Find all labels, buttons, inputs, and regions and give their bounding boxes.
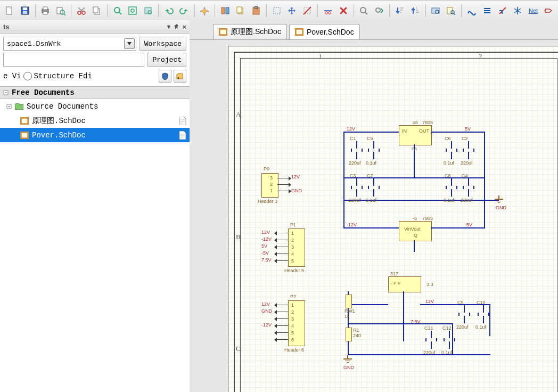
workspace-name: space1.DsnWrk (7, 40, 61, 48)
port-icon[interactable] (541, 3, 556, 18)
net-label: -5V (261, 250, 269, 256)
part-val: 0.1uf (444, 198, 454, 203)
paste-doc-icon[interactable] (249, 3, 264, 18)
view-label-b: Structure Edi (34, 72, 92, 80)
ref: C3 (350, 173, 356, 178)
cut-wire-icon[interactable] (321, 3, 335, 18)
browse-icon[interactable] (429, 3, 444, 18)
bus-entry-icon[interactable] (495, 3, 510, 18)
copy-doc-icon[interactable] (233, 3, 248, 18)
harness-icon[interactable] (510, 3, 525, 18)
net-label: GND (261, 308, 272, 314)
project-button[interactable]: Project (147, 53, 186, 67)
chevron-down-icon[interactable] (124, 38, 135, 49)
pin-num: 2 (270, 182, 273, 187)
pin-label: VinVout (404, 226, 421, 232)
find-icon[interactable] (356, 3, 371, 18)
pin-num: 5 (291, 330, 294, 336)
tree-folder-label: Source Documents (27, 102, 98, 111)
delete-icon[interactable] (336, 3, 351, 18)
structure-radio[interactable] (23, 72, 32, 80)
ref: C10 (477, 300, 486, 305)
zoom-area-icon[interactable] (110, 3, 125, 18)
sort-up-icon[interactable] (408, 3, 423, 18)
svg-point-29 (376, 8, 380, 12)
panel-title-text: ts (3, 23, 10, 31)
workspace-button[interactable]: Workspace (140, 37, 186, 51)
zoom-selected-icon[interactable] (141, 3, 155, 18)
print-icon[interactable] (38, 3, 53, 18)
redo-icon[interactable] (177, 3, 192, 18)
panel-header: ts ▼ × (0, 20, 190, 34)
workspace-combo[interactable]: space1.DsnWrk (3, 37, 136, 51)
cut-icon[interactable] (74, 3, 89, 18)
ref: P1 (290, 222, 296, 227)
tab-label: 原理图.SchDoc (231, 27, 281, 37)
svg-rect-12 (93, 7, 98, 13)
library-icon[interactable] (218, 3, 233, 18)
panel-pin-icon[interactable] (174, 23, 180, 30)
tree-folder[interactable]: Source Documents (0, 99, 190, 113)
tree-item[interactable]: Pover.SchDoc (0, 128, 190, 142)
undo-icon[interactable] (161, 3, 176, 18)
net-label: GND (291, 188, 302, 193)
schdoc-icon (295, 28, 303, 36)
svg-point-28 (360, 7, 366, 13)
col-label: 2 (479, 52, 482, 61)
ref: C2 (462, 136, 468, 141)
find-next-icon[interactable] (372, 3, 387, 18)
pin-num: 6 (291, 337, 294, 342)
cross-probe-icon[interactable] (198, 3, 212, 18)
header3 (261, 173, 278, 198)
part-val: 220uf (349, 160, 361, 166)
part-name: Header 3 (258, 199, 277, 204)
move-icon[interactable] (284, 3, 299, 18)
gnd-icon (495, 195, 503, 203)
document-tab[interactable]: 原理图.SchDoc (213, 24, 287, 39)
net-label: 12V (347, 126, 355, 132)
project-combo[interactable] (3, 53, 144, 67)
wire-icon[interactable] (464, 3, 479, 18)
schdoc-icon (20, 117, 29, 125)
svg-rect-40 (220, 29, 226, 35)
ref: 317 (390, 271, 398, 276)
svg-rect-19 (226, 7, 229, 14)
new-icon[interactable] (2, 3, 17, 18)
save-icon[interactable] (18, 3, 32, 18)
ref: RW1 (344, 308, 355, 314)
panel-action-1-icon[interactable] (159, 70, 171, 83)
pin-num: 5 (291, 258, 294, 264)
bus-icon[interactable] (480, 3, 495, 18)
part-val: 220uf (423, 350, 436, 355)
col-label: 1 (319, 52, 323, 61)
search-sch-icon[interactable] (444, 3, 458, 18)
svg-point-13 (114, 7, 120, 13)
document-tab[interactable]: Pover.SchDoc (289, 24, 360, 39)
panel-menu-icon[interactable]: ▼ (166, 23, 172, 30)
row-label: B (236, 233, 241, 241)
svg-rect-38 (21, 133, 28, 138)
sort-down-icon[interactable] (392, 3, 407, 18)
preview-icon[interactable] (53, 3, 68, 18)
copy-icon[interactable] (89, 3, 104, 18)
pin-num: 3 (291, 316, 294, 322)
net-label: 5V (261, 243, 267, 249)
net-label: GND (343, 365, 354, 370)
pin-num: 4 (291, 251, 294, 257)
deselect-icon[interactable] (300, 3, 315, 18)
capacitor (463, 149, 474, 152)
panel-close-icon[interactable]: × (182, 23, 186, 31)
net-label: 3.3 (426, 282, 433, 287)
schematic-canvas[interactable]: A B C 1 2 P0 3 2 1 12V GND Header 3 P1 1… (228, 46, 558, 392)
tree-item-label: Pover.SchDoc (32, 131, 86, 140)
net-label: 5V (465, 126, 471, 132)
tree-item[interactable]: 原理图.SchDoc (0, 113, 190, 128)
svg-rect-0 (6, 7, 12, 14)
netlabel-icon[interactable]: Net (526, 3, 540, 18)
reg-317 (388, 276, 421, 292)
document-tabs: 原理图.SchDocPover.SchDoc (190, 20, 558, 40)
panel-action-2-icon[interactable]: ▾ (174, 70, 186, 83)
tree-group[interactable]: Free Documents (0, 86, 190, 99)
zoom-fit-icon[interactable] (125, 3, 140, 18)
select-rect-icon[interactable] (269, 3, 284, 18)
